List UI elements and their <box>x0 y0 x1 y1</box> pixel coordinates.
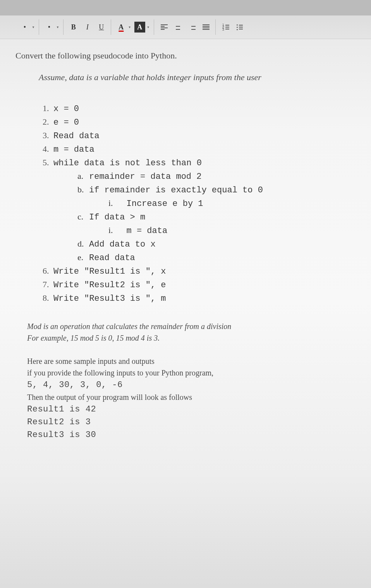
sample-heading: Here are some sample inputs and outputs <box>27 355 356 367</box>
pseudo-line: a.remainder = data mod 2 <box>43 170 356 183</box>
toolbar-unknown-1[interactable]: • <box>19 22 30 33</box>
pseudo-line: c.If data > m <box>43 210 356 224</box>
dropdown-arrow-icon: ▼ <box>56 26 59 29</box>
highlight-button[interactable]: A <box>134 22 145 33</box>
dropdown-arrow-icon: ▼ <box>32 26 35 29</box>
toolbar-group-align <box>155 19 216 35</box>
sample-if: if you provide the following inputs to y… <box>27 367 356 379</box>
align-justify-button[interactable] <box>201 22 211 33</box>
sample-output-2: Result2 is 3 <box>27 416 356 429</box>
pseudo-line: 3.Read data <box>43 129 356 142</box>
toolbar-group-font-style: B I U <box>64 19 111 35</box>
italic-button[interactable]: I <box>82 22 93 33</box>
align-left-button[interactable] <box>159 22 170 33</box>
toolbar-group-misc: • ▼ <box>15 19 39 35</box>
pseudo-line: i. Increase e by 1 <box>43 197 356 210</box>
question-title: Convert the following pseudocode into Py… <box>15 51 356 61</box>
sample-output-1: Result1 is 42 <box>27 403 356 416</box>
toolbar-group-lists: 123 <box>216 19 249 35</box>
pseudo-line: i. m = data <box>43 224 356 237</box>
font-color-button[interactable]: A <box>116 22 127 33</box>
bullet-list-button[interactable] <box>234 22 245 33</box>
dropdown-arrow-icon: ▼ <box>128 26 131 29</box>
numbered-list-button[interactable]: 123 <box>220 22 231 33</box>
document-body[interactable]: Convert the following pseudocode into Py… <box>0 39 371 449</box>
align-center-button[interactable] <box>173 22 184 33</box>
assumption-text: Assume, data is a variable that holds in… <box>39 72 356 82</box>
toolbar-unknown-2[interactable]: • <box>44 22 55 33</box>
pseudo-line: e.Read data <box>43 251 356 264</box>
pseudo-line: 5.while data is not less than 0 <box>43 156 356 170</box>
sample-output-3: Result3 is 30 <box>27 429 356 441</box>
underline-button[interactable]: U <box>96 22 107 33</box>
mod-explanation: Mod is an operation that calculates the … <box>27 321 356 344</box>
notes-section: Mod is an operation that calculates the … <box>27 321 356 441</box>
bold-button[interactable]: B <box>68 22 79 33</box>
sample-then: Then the output of your program will loo… <box>27 391 356 403</box>
pseudo-line: 1.x = 0 <box>43 102 356 115</box>
pseudo-line: 7.Write "Result2 is ", e <box>43 278 356 291</box>
pseudo-line: 6.Write "Result1 is ", x <box>43 264 356 278</box>
toolbar-group-color: A ▼ A ▼ <box>112 19 154 35</box>
formatting-toolbar: • ▼ • ▼ B I U A ▼ A ▼ 123 <box>0 15 371 39</box>
document-page: • ▼ • ▼ B I U A ▼ A ▼ 123 <box>0 0 371 588</box>
pseudo-line: 8.Write "Result3 is ", m <box>43 291 356 305</box>
pseudo-line: 2.e = 0 <box>43 115 356 129</box>
align-right-button[interactable] <box>187 22 198 33</box>
sample-inputs: 5, 4, 30, 3, 0, -6 <box>27 379 356 391</box>
pseudo-line: 4.m = data <box>43 142 356 156</box>
toolbar-group-misc2: • ▼ <box>40 19 64 35</box>
pseudo-line: d.Add data to x <box>43 237 356 251</box>
dropdown-arrow-icon: ▼ <box>147 26 150 29</box>
pseudo-line: b.if remainder is exactly equal to 0 <box>43 183 356 197</box>
pseudocode-block: 1.x = 0 2.e = 0 3.Read data 4.m = data 5… <box>43 102 356 305</box>
